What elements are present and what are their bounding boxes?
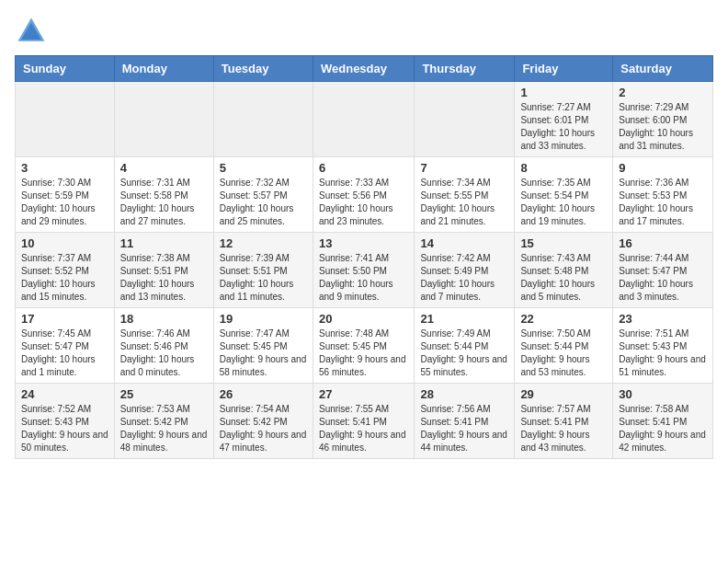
day-number: 19 [220, 312, 307, 326]
calendar-cell [313, 82, 414, 157]
day-number: 16 [619, 236, 707, 250]
day-number: 9 [619, 161, 707, 175]
calendar-cell: 17Sunrise: 7:45 AM Sunset: 5:47 PM Dayli… [16, 308, 115, 384]
day-number: 11 [120, 236, 208, 250]
day-info: Sunrise: 7:41 AM Sunset: 5:50 PM Dayligh… [319, 252, 408, 304]
calendar-cell: 20Sunrise: 7:48 AM Sunset: 5:45 PM Dayli… [313, 308, 414, 384]
calendar-header-row: SundayMondayTuesdayWednesdayThursdayFrid… [16, 56, 713, 82]
calendar-cell: 14Sunrise: 7:42 AM Sunset: 5:49 PM Dayli… [415, 233, 515, 308]
day-number: 20 [319, 312, 408, 326]
day-info: Sunrise: 7:50 AM Sunset: 5:44 PM Dayligh… [520, 327, 607, 379]
day-number: 14 [420, 236, 508, 250]
calendar-cell [213, 82, 313, 157]
calendar-day-header: Friday [515, 56, 613, 82]
day-number: 24 [21, 387, 108, 401]
day-number: 6 [319, 161, 408, 175]
calendar-table: SundayMondayTuesdayWednesdayThursdayFrid… [15, 55, 713, 459]
calendar-day-header: Thursday [415, 56, 515, 82]
calendar-cell: 27Sunrise: 7:55 AM Sunset: 5:41 PM Dayli… [313, 384, 414, 459]
calendar-cell: 13Sunrise: 7:41 AM Sunset: 5:50 PM Dayli… [313, 233, 414, 308]
calendar-week-row: 3Sunrise: 7:30 AM Sunset: 5:59 PM Daylig… [16, 157, 713, 233]
calendar-cell: 18Sunrise: 7:46 AM Sunset: 5:46 PM Dayli… [114, 308, 213, 384]
calendar-cell: 23Sunrise: 7:51 AM Sunset: 5:43 PM Dayli… [613, 308, 713, 384]
day-number: 1 [520, 86, 607, 99]
calendar-cell: 4Sunrise: 7:31 AM Sunset: 5:58 PM Daylig… [114, 157, 213, 233]
day-info: Sunrise: 7:51 AM Sunset: 5:43 PM Dayligh… [619, 327, 707, 379]
day-info: Sunrise: 7:56 AM Sunset: 5:41 PM Dayligh… [420, 403, 508, 454]
day-info: Sunrise: 7:39 AM Sunset: 5:51 PM Dayligh… [220, 252, 307, 304]
calendar-cell: 15Sunrise: 7:43 AM Sunset: 5:48 PM Dayli… [515, 233, 613, 308]
day-number: 2 [619, 86, 707, 99]
calendar-cell: 30Sunrise: 7:58 AM Sunset: 5:41 PM Dayli… [613, 384, 713, 459]
calendar-week-row: 1Sunrise: 7:27 AM Sunset: 6:01 PM Daylig… [16, 82, 713, 157]
calendar-cell: 21Sunrise: 7:49 AM Sunset: 5:44 PM Dayli… [415, 308, 515, 384]
day-info: Sunrise: 7:36 AM Sunset: 5:53 PM Dayligh… [619, 177, 707, 228]
calendar-day-header: Saturday [613, 56, 713, 82]
calendar-cell: 19Sunrise: 7:47 AM Sunset: 5:45 PM Dayli… [213, 308, 313, 384]
day-info: Sunrise: 7:37 AM Sunset: 5:52 PM Dayligh… [21, 252, 108, 304]
day-number: 29 [520, 387, 607, 401]
day-info: Sunrise: 7:33 AM Sunset: 5:56 PM Dayligh… [319, 177, 408, 228]
calendar-cell: 5Sunrise: 7:32 AM Sunset: 5:57 PM Daylig… [213, 157, 313, 233]
day-info: Sunrise: 7:32 AM Sunset: 5:57 PM Dayligh… [220, 177, 307, 228]
calendar-cell [16, 82, 115, 157]
day-number: 13 [319, 236, 408, 250]
calendar-cell [114, 82, 213, 157]
day-number: 10 [21, 236, 108, 250]
day-info: Sunrise: 7:38 AM Sunset: 5:51 PM Dayligh… [120, 252, 208, 304]
day-number: 30 [619, 387, 707, 401]
calendar-cell: 6Sunrise: 7:33 AM Sunset: 5:56 PM Daylig… [313, 157, 414, 233]
day-number: 3 [21, 161, 108, 175]
day-info: Sunrise: 7:54 AM Sunset: 5:42 PM Dayligh… [220, 403, 307, 454]
calendar-week-row: 24Sunrise: 7:52 AM Sunset: 5:43 PM Dayli… [16, 384, 713, 459]
calendar-cell [415, 82, 515, 157]
day-number: 5 [220, 161, 307, 175]
day-info: Sunrise: 7:45 AM Sunset: 5:47 PM Dayligh… [21, 327, 108, 379]
calendar-day-header: Tuesday [213, 56, 313, 82]
day-number: 22 [520, 312, 607, 326]
day-number: 4 [120, 161, 208, 175]
day-info: Sunrise: 7:48 AM Sunset: 5:45 PM Dayligh… [319, 327, 408, 379]
day-info: Sunrise: 7:35 AM Sunset: 5:54 PM Dayligh… [520, 177, 607, 228]
day-number: 28 [420, 387, 508, 401]
day-number: 21 [420, 312, 508, 326]
calendar-cell: 25Sunrise: 7:53 AM Sunset: 5:42 PM Dayli… [114, 384, 213, 459]
calendar-cell: 2Sunrise: 7:29 AM Sunset: 6:00 PM Daylig… [613, 82, 713, 157]
day-info: Sunrise: 7:52 AM Sunset: 5:43 PM Dayligh… [21, 403, 108, 454]
calendar-cell: 16Sunrise: 7:44 AM Sunset: 5:47 PM Dayli… [613, 233, 713, 308]
day-info: Sunrise: 7:31 AM Sunset: 5:58 PM Dayligh… [120, 177, 208, 228]
day-info: Sunrise: 7:29 AM Sunset: 6:00 PM Dayligh… [619, 101, 707, 153]
calendar-cell: 22Sunrise: 7:50 AM Sunset: 5:44 PM Dayli… [515, 308, 613, 384]
day-info: Sunrise: 7:58 AM Sunset: 5:41 PM Dayligh… [619, 403, 707, 454]
day-number: 12 [220, 236, 307, 250]
day-number: 18 [120, 312, 208, 326]
day-info: Sunrise: 7:30 AM Sunset: 5:59 PM Dayligh… [21, 177, 108, 228]
day-info: Sunrise: 7:53 AM Sunset: 5:42 PM Dayligh… [120, 403, 208, 454]
calendar-cell: 29Sunrise: 7:57 AM Sunset: 5:41 PM Dayli… [515, 384, 613, 459]
calendar-cell: 10Sunrise: 7:37 AM Sunset: 5:52 PM Dayli… [16, 233, 115, 308]
day-number: 15 [520, 236, 607, 250]
calendar-cell: 3Sunrise: 7:30 AM Sunset: 5:59 PM Daylig… [16, 157, 115, 233]
calendar-cell: 7Sunrise: 7:34 AM Sunset: 5:55 PM Daylig… [415, 157, 515, 233]
day-info: Sunrise: 7:46 AM Sunset: 5:46 PM Dayligh… [120, 327, 208, 379]
day-number: 17 [21, 312, 108, 326]
logo [15, 15, 51, 48]
calendar-day-header: Sunday [16, 56, 115, 82]
page-header [15, 15, 713, 48]
day-info: Sunrise: 7:34 AM Sunset: 5:55 PM Dayligh… [420, 177, 508, 228]
day-number: 25 [120, 387, 208, 401]
calendar-cell: 12Sunrise: 7:39 AM Sunset: 5:51 PM Dayli… [213, 233, 313, 308]
day-info: Sunrise: 7:55 AM Sunset: 5:41 PM Dayligh… [319, 403, 408, 454]
day-number: 23 [619, 312, 707, 326]
day-number: 27 [319, 387, 408, 401]
calendar-week-row: 10Sunrise: 7:37 AM Sunset: 5:52 PM Dayli… [16, 233, 713, 308]
calendar-day-header: Monday [114, 56, 213, 82]
calendar-cell: 28Sunrise: 7:56 AM Sunset: 5:41 PM Dayli… [415, 384, 515, 459]
day-info: Sunrise: 7:43 AM Sunset: 5:48 PM Dayligh… [520, 252, 607, 304]
day-number: 26 [220, 387, 307, 401]
calendar-day-header: Wednesday [313, 56, 414, 82]
calendar-cell: 11Sunrise: 7:38 AM Sunset: 5:51 PM Dayli… [114, 233, 213, 308]
day-info: Sunrise: 7:47 AM Sunset: 5:45 PM Dayligh… [220, 327, 307, 379]
day-info: Sunrise: 7:42 AM Sunset: 5:49 PM Dayligh… [420, 252, 508, 304]
logo-icon [15, 15, 48, 48]
